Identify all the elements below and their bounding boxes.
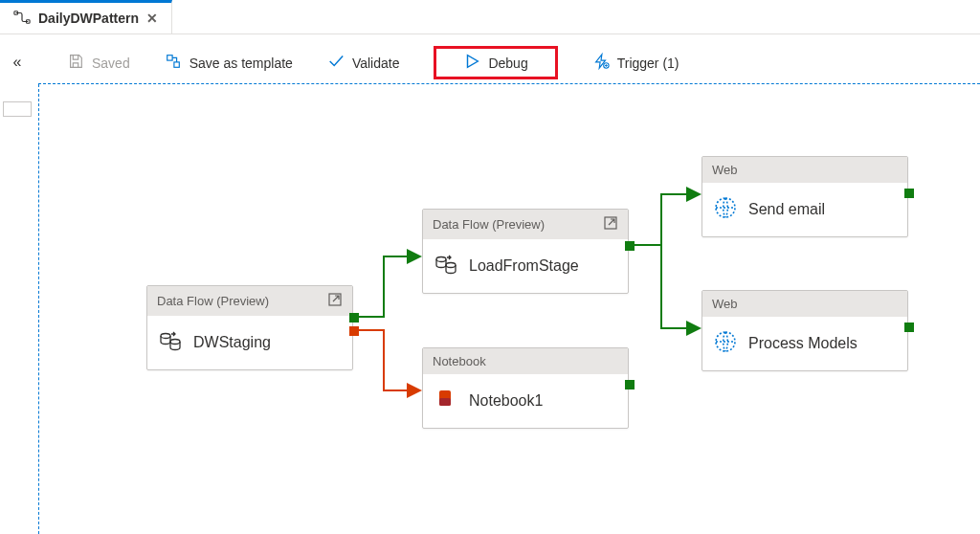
node-notebook1[interactable]: Notebook Notebook1 xyxy=(422,347,629,429)
dataflow-icon xyxy=(434,253,457,279)
node-title: Send email xyxy=(748,201,825,218)
port-out-success[interactable] xyxy=(904,189,914,198)
svg-point-6 xyxy=(161,334,170,339)
save-as-template-button[interactable]: Save as template xyxy=(165,53,293,73)
saved-label: Saved xyxy=(92,56,130,71)
pipeline-canvas[interactable]: Data Flow (Preview) DWStaging Data Flow … xyxy=(38,84,980,534)
node-body: Send email xyxy=(702,183,907,236)
svg-point-9 xyxy=(436,257,446,262)
node-sendemail[interactable]: Web Send email xyxy=(702,156,908,237)
save-icon xyxy=(67,53,84,73)
saved-indicator: Saved xyxy=(67,53,130,73)
node-body: Process Models xyxy=(702,317,907,370)
notebook-icon xyxy=(434,388,457,414)
node-loadfromstage[interactable]: Data Flow (Preview) LoadFromStage xyxy=(422,209,629,294)
node-title: Notebook1 xyxy=(469,392,543,410)
trigger-button[interactable]: Trigger (1) xyxy=(592,53,679,73)
port-out-success[interactable] xyxy=(904,323,914,332)
node-header: Web xyxy=(702,291,907,317)
close-icon[interactable]: ✕ xyxy=(146,11,158,26)
trigger-icon xyxy=(592,53,610,73)
svg-rect-2 xyxy=(167,56,171,60)
svg-rect-3 xyxy=(174,62,179,67)
node-type-label: Web xyxy=(712,163,738,177)
node-type-label: Notebook xyxy=(433,354,486,368)
save-template-label: Save as template xyxy=(189,56,293,71)
svg-rect-12 xyxy=(439,398,451,406)
dataflow-icon xyxy=(159,329,182,356)
node-type-label: Web xyxy=(712,297,738,311)
tab-bar: DailyDWPattern ✕ xyxy=(0,0,980,34)
port-out-failure[interactable] xyxy=(349,326,359,336)
node-type-label: Data Flow (Preview) xyxy=(157,294,269,308)
validate-label: Validate xyxy=(352,56,400,71)
web-icon xyxy=(714,196,737,223)
debug-button[interactable]: Debug xyxy=(463,53,527,73)
node-body: LoadFromStage xyxy=(423,239,628,293)
port-out-success[interactable] xyxy=(625,380,635,389)
node-header: Data Flow (Preview) xyxy=(423,210,628,239)
node-title: LoadFromStage xyxy=(469,257,579,275)
debug-icon xyxy=(463,53,480,73)
rail-placeholder xyxy=(3,101,32,117)
node-title: DWStaging xyxy=(193,334,271,351)
node-header: Data Flow (Preview) xyxy=(147,286,352,316)
toolbar: Saved Save as template Validate Debug Tr… xyxy=(38,42,980,84)
left-rail: « xyxy=(0,46,34,534)
tab-dailydwpattern[interactable]: DailyDWPattern ✕ xyxy=(0,0,172,33)
node-header: Notebook xyxy=(423,348,628,374)
node-type-label: Data Flow (Preview) xyxy=(433,217,545,232)
node-processmodels[interactable]: Web Process Models xyxy=(702,290,908,371)
open-icon[interactable] xyxy=(603,215,618,234)
template-icon xyxy=(165,53,182,73)
collapse-panel-button[interactable]: « xyxy=(13,46,22,71)
node-dwstaging[interactable]: Data Flow (Preview) DWStaging xyxy=(146,285,353,370)
node-body: DWStaging xyxy=(147,316,352,369)
pipeline-icon xyxy=(13,9,31,29)
trigger-label: Trigger (1) xyxy=(617,56,679,71)
validate-button[interactable]: Validate xyxy=(327,53,400,73)
open-icon[interactable] xyxy=(327,292,343,310)
port-out-success[interactable] xyxy=(349,313,359,323)
node-header: Web xyxy=(702,157,907,183)
svg-point-7 xyxy=(170,340,180,345)
debug-highlight-box: Debug xyxy=(434,46,557,79)
node-title: Process Models xyxy=(748,335,858,352)
web-icon xyxy=(714,330,737,357)
port-out-success[interactable] xyxy=(625,241,635,251)
debug-label: Debug xyxy=(488,56,527,71)
node-body: Notebook1 xyxy=(423,374,628,428)
svg-point-10 xyxy=(446,263,456,268)
validate-icon xyxy=(327,53,345,73)
tab-title: DailyDWPattern xyxy=(38,11,139,26)
